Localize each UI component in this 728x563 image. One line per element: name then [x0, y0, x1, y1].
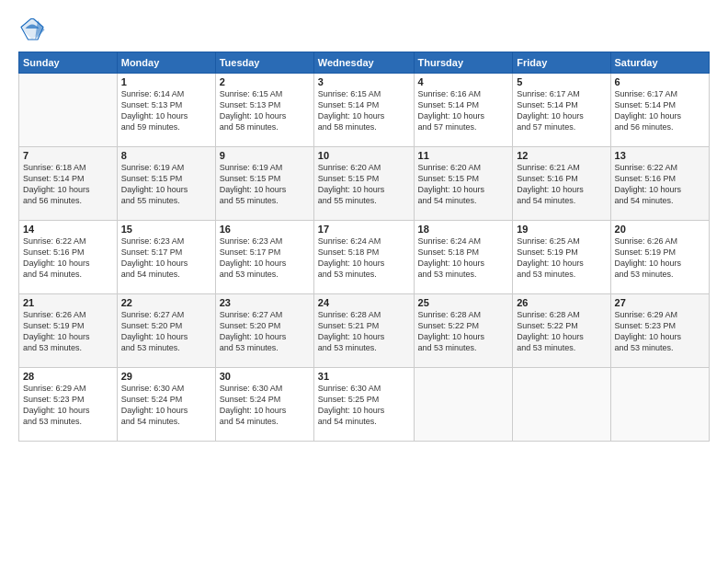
day-info: Sunrise: 6:29 AM Sunset: 5:23 PM Dayligh…: [615, 309, 705, 354]
calendar-cell: 10Sunrise: 6:20 AM Sunset: 5:15 PM Dayli…: [313, 147, 414, 221]
day-header: Wednesday: [313, 52, 414, 74]
calendar-cell: 3Sunrise: 6:15 AM Sunset: 5:14 PM Daylig…: [313, 74, 414, 147]
day-info: Sunrise: 6:20 AM Sunset: 5:15 PM Dayligh…: [318, 162, 410, 207]
calendar-cell: 29Sunrise: 6:30 AM Sunset: 5:24 PM Dayli…: [117, 368, 215, 442]
calendar-cell: [610, 368, 709, 442]
day-number: 1: [121, 76, 211, 87]
day-number: 18: [418, 224, 509, 235]
day-number: 28: [23, 371, 113, 382]
calendar-cell: 22Sunrise: 6:27 AM Sunset: 5:20 PM Dayli…: [117, 294, 215, 368]
day-info: Sunrise: 6:30 AM Sunset: 5:24 PM Dayligh…: [220, 383, 310, 428]
day-header: Tuesday: [215, 52, 313, 74]
calendar-cell: 28Sunrise: 6:29 AM Sunset: 5:23 PM Dayli…: [19, 368, 118, 442]
day-number: 19: [517, 224, 606, 235]
day-info: Sunrise: 6:23 AM Sunset: 5:17 PM Dayligh…: [121, 236, 211, 281]
day-number: 11: [418, 150, 509, 161]
day-info: Sunrise: 6:29 AM Sunset: 5:23 PM Dayligh…: [23, 383, 113, 428]
calendar-cell: 2Sunrise: 6:15 AM Sunset: 5:13 PM Daylig…: [215, 74, 313, 147]
logo: [18, 15, 50, 42]
day-number: 23: [220, 297, 310, 308]
calendar-cell: 20Sunrise: 6:26 AM Sunset: 5:19 PM Dayli…: [610, 221, 709, 294]
header: [18, 15, 710, 42]
day-info: Sunrise: 6:28 AM Sunset: 5:21 PM Dayligh…: [318, 309, 410, 354]
calendar-cell: 19Sunrise: 6:25 AM Sunset: 5:19 PM Dayli…: [513, 221, 610, 294]
day-info: Sunrise: 6:30 AM Sunset: 5:25 PM Dayligh…: [318, 383, 410, 428]
day-number: 20: [615, 224, 705, 235]
day-number: 10: [318, 150, 410, 161]
day-info: Sunrise: 6:19 AM Sunset: 5:15 PM Dayligh…: [121, 162, 211, 207]
logo-icon: [18, 15, 46, 42]
calendar-cell: 8Sunrise: 6:19 AM Sunset: 5:15 PM Daylig…: [117, 147, 215, 221]
day-number: 12: [517, 150, 606, 161]
calendar-cell: 25Sunrise: 6:28 AM Sunset: 5:22 PM Dayli…: [414, 294, 513, 368]
day-number: 13: [615, 150, 705, 161]
day-number: 25: [418, 297, 509, 308]
calendar-week-row: 7Sunrise: 6:18 AM Sunset: 5:14 PM Daylig…: [19, 147, 710, 221]
day-info: Sunrise: 6:16 AM Sunset: 5:14 PM Dayligh…: [418, 88, 509, 133]
day-number: 3: [318, 76, 410, 87]
day-number: 5: [517, 76, 606, 87]
calendar-cell: 17Sunrise: 6:24 AM Sunset: 5:18 PM Dayli…: [313, 221, 414, 294]
day-header: Saturday: [610, 52, 709, 74]
calendar-cell: 15Sunrise: 6:23 AM Sunset: 5:17 PM Dayli…: [117, 221, 215, 294]
day-number: 24: [318, 297, 410, 308]
calendar-cell: 23Sunrise: 6:27 AM Sunset: 5:20 PM Dayli…: [215, 294, 313, 368]
day-number: 6: [615, 76, 705, 87]
day-number: 7: [23, 150, 113, 161]
calendar-cell: 18Sunrise: 6:24 AM Sunset: 5:18 PM Dayli…: [414, 221, 513, 294]
day-number: 17: [318, 224, 410, 235]
calendar-week-row: 14Sunrise: 6:22 AM Sunset: 5:16 PM Dayli…: [19, 221, 710, 294]
day-number: 22: [121, 297, 211, 308]
calendar-cell: 12Sunrise: 6:21 AM Sunset: 5:16 PM Dayli…: [513, 147, 610, 221]
calendar-cell: 11Sunrise: 6:20 AM Sunset: 5:15 PM Dayli…: [414, 147, 513, 221]
day-info: Sunrise: 6:18 AM Sunset: 5:14 PM Dayligh…: [23, 162, 113, 207]
calendar-cell: 7Sunrise: 6:18 AM Sunset: 5:14 PM Daylig…: [19, 147, 118, 221]
day-number: 27: [615, 297, 705, 308]
day-info: Sunrise: 6:15 AM Sunset: 5:13 PM Dayligh…: [220, 88, 310, 133]
day-info: Sunrise: 6:19 AM Sunset: 5:15 PM Dayligh…: [220, 162, 310, 207]
calendar-cell: 31Sunrise: 6:30 AM Sunset: 5:25 PM Dayli…: [313, 368, 414, 442]
day-info: Sunrise: 6:15 AM Sunset: 5:14 PM Dayligh…: [318, 88, 410, 133]
calendar-cell: 1Sunrise: 6:14 AM Sunset: 5:13 PM Daylig…: [117, 74, 215, 147]
day-number: 29: [121, 371, 211, 382]
day-number: 31: [318, 371, 410, 382]
day-number: 16: [220, 224, 310, 235]
day-info: Sunrise: 6:25 AM Sunset: 5:19 PM Dayligh…: [517, 236, 606, 281]
day-info: Sunrise: 6:30 AM Sunset: 5:24 PM Dayligh…: [121, 383, 211, 428]
calendar-cell: 4Sunrise: 6:16 AM Sunset: 5:14 PM Daylig…: [414, 74, 513, 147]
calendar-cell: [513, 368, 610, 442]
day-header: Thursday: [414, 52, 513, 74]
day-info: Sunrise: 6:27 AM Sunset: 5:20 PM Dayligh…: [220, 309, 310, 354]
calendar-week-row: 1Sunrise: 6:14 AM Sunset: 5:13 PM Daylig…: [19, 74, 710, 147]
calendar-cell: [19, 74, 118, 147]
day-info: Sunrise: 6:23 AM Sunset: 5:17 PM Dayligh…: [220, 236, 310, 281]
calendar-cell: [414, 368, 513, 442]
day-number: 15: [121, 224, 211, 235]
day-info: Sunrise: 6:14 AM Sunset: 5:13 PM Dayligh…: [121, 88, 211, 133]
day-info: Sunrise: 6:28 AM Sunset: 5:22 PM Dayligh…: [418, 309, 509, 354]
day-number: 4: [418, 76, 509, 87]
day-info: Sunrise: 6:17 AM Sunset: 5:14 PM Dayligh…: [517, 88, 606, 133]
calendar-cell: 30Sunrise: 6:30 AM Sunset: 5:24 PM Dayli…: [215, 368, 313, 442]
day-header: Sunday: [19, 52, 118, 74]
day-number: 9: [220, 150, 310, 161]
calendar-cell: 27Sunrise: 6:29 AM Sunset: 5:23 PM Dayli…: [610, 294, 709, 368]
day-number: 26: [517, 297, 606, 308]
day-number: 2: [220, 76, 310, 87]
day-info: Sunrise: 6:26 AM Sunset: 5:19 PM Dayligh…: [615, 236, 705, 281]
calendar-week-row: 28Sunrise: 6:29 AM Sunset: 5:23 PM Dayli…: [19, 368, 710, 442]
day-number: 21: [23, 297, 113, 308]
day-info: Sunrise: 6:24 AM Sunset: 5:18 PM Dayligh…: [418, 236, 509, 281]
calendar-cell: 13Sunrise: 6:22 AM Sunset: 5:16 PM Dayli…: [610, 147, 709, 221]
day-info: Sunrise: 6:22 AM Sunset: 5:16 PM Dayligh…: [615, 162, 705, 207]
day-info: Sunrise: 6:26 AM Sunset: 5:19 PM Dayligh…: [23, 309, 113, 354]
header-row: SundayMondayTuesdayWednesdayThursdayFrid…: [19, 52, 710, 74]
calendar-cell: 24Sunrise: 6:28 AM Sunset: 5:21 PM Dayli…: [313, 294, 414, 368]
day-info: Sunrise: 6:28 AM Sunset: 5:22 PM Dayligh…: [517, 309, 606, 354]
day-info: Sunrise: 6:21 AM Sunset: 5:16 PM Dayligh…: [517, 162, 606, 207]
calendar-cell: 9Sunrise: 6:19 AM Sunset: 5:15 PM Daylig…: [215, 147, 313, 221]
day-info: Sunrise: 6:22 AM Sunset: 5:16 PM Dayligh…: [23, 236, 113, 281]
day-number: 30: [220, 371, 310, 382]
day-header: Monday: [117, 52, 215, 74]
calendar-cell: 6Sunrise: 6:17 AM Sunset: 5:14 PM Daylig…: [610, 74, 709, 147]
